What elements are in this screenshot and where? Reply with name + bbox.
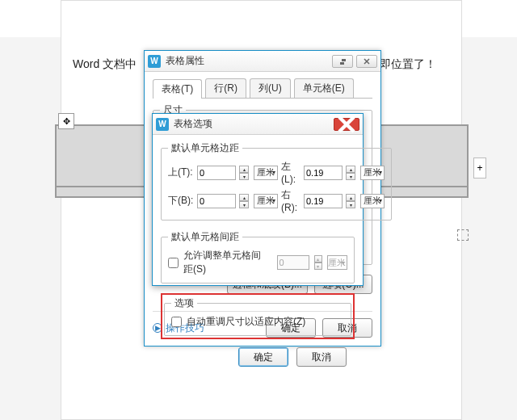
- right-label: 右(R):: [281, 188, 301, 213]
- top-unit[interactable]: 厘米: [254, 166, 278, 180]
- right-unit[interactable]: 厘米: [360, 194, 385, 208]
- top-input[interactable]: [197, 166, 236, 180]
- margins-legend: 默认单元格边距: [168, 141, 242, 155]
- cancel-button[interactable]: 取消: [296, 347, 347, 367]
- tab-cell[interactable]: 单元格(E): [294, 78, 354, 98]
- options-legend: 选项: [171, 296, 197, 310]
- bottom-input[interactable]: [197, 194, 236, 208]
- allow-spacing-label: 允许调整单元格间距(S): [183, 249, 267, 276]
- close-button[interactable]: [356, 55, 377, 68]
- app-icon: W: [156, 118, 169, 131]
- ok-button[interactable]: 确定: [238, 347, 288, 367]
- autofit-checkbox[interactable]: [171, 317, 182, 327]
- left-input[interactable]: [304, 166, 343, 180]
- default-margins-fieldset: 默认单元格边距 上(T): ▴▾ 厘米 左(L): ▴▾ 厘米 下(B): ▴▾…: [161, 141, 392, 220]
- right-spinner[interactable]: ▴▾: [346, 194, 355, 208]
- table-side-handle[interactable]: +: [473, 158, 486, 178]
- bottom-spinner[interactable]: ▴▾: [239, 194, 249, 208]
- options-title: 表格选项: [174, 117, 334, 131]
- highlight-box: 选项 自动重调尺寸以适应内容(Z): [161, 293, 355, 339]
- table-options-dialog: W 表格选项 默认单元格边距 上(T): ▴▾ 厘米 左(L): ▴▾ 厘米 下…: [152, 113, 364, 286]
- bottom-unit[interactable]: 厘米: [254, 194, 278, 208]
- bg-text-left: Word 文档中: [73, 57, 137, 72]
- right-input[interactable]: [304, 194, 343, 208]
- tab-table[interactable]: 表格(T): [153, 79, 202, 99]
- app-icon: W: [148, 55, 161, 68]
- spacing-input: [277, 255, 309, 270]
- top-spinner[interactable]: ▴▾: [239, 166, 249, 180]
- spacing-legend: 默认单元格间距: [168, 230, 242, 244]
- svg-rect-1: [342, 59, 346, 61]
- table-resize-handle[interactable]: [457, 229, 469, 241]
- spacing-unit: 厘米: [327, 255, 347, 270]
- close-icon[interactable]: [334, 118, 359, 131]
- left-spinner[interactable]: ▴▾: [346, 166, 355, 180]
- svg-rect-0: [340, 62, 344, 65]
- spacing-spinner: ▴▾: [314, 255, 322, 270]
- table-move-handle[interactable]: ✥: [58, 113, 74, 129]
- cell-spacing-fieldset: 默认单元格间距 允许调整单元格间距(S) ▴▾ 厘米: [161, 230, 355, 284]
- tab-column[interactable]: 列(U): [250, 78, 291, 98]
- bottom-label: 下(B):: [168, 194, 194, 208]
- tab-row: 表格(T) 行(R) 列(U) 单元格(E): [153, 78, 372, 99]
- tab-row-tab[interactable]: 行(R): [205, 78, 246, 98]
- allow-spacing-checkbox[interactable]: [168, 258, 179, 268]
- left-unit[interactable]: 厘米: [360, 166, 385, 180]
- options-fieldset: 选项 自动重调尺寸以适应内容(Z): [164, 296, 351, 336]
- help-button[interactable]: [332, 55, 353, 68]
- autofit-label: 自动重调尺寸以适应内容(Z): [187, 315, 305, 329]
- dialog-titlebar[interactable]: W 表格属性: [145, 51, 380, 72]
- dialog-title: 表格属性: [166, 54, 332, 68]
- top-label: 上(T):: [168, 166, 194, 179]
- options-titlebar[interactable]: W 表格选项: [153, 114, 363, 135]
- left-label: 左(L):: [281, 160, 301, 185]
- bg-text-right: 即位置了！: [380, 57, 436, 72]
